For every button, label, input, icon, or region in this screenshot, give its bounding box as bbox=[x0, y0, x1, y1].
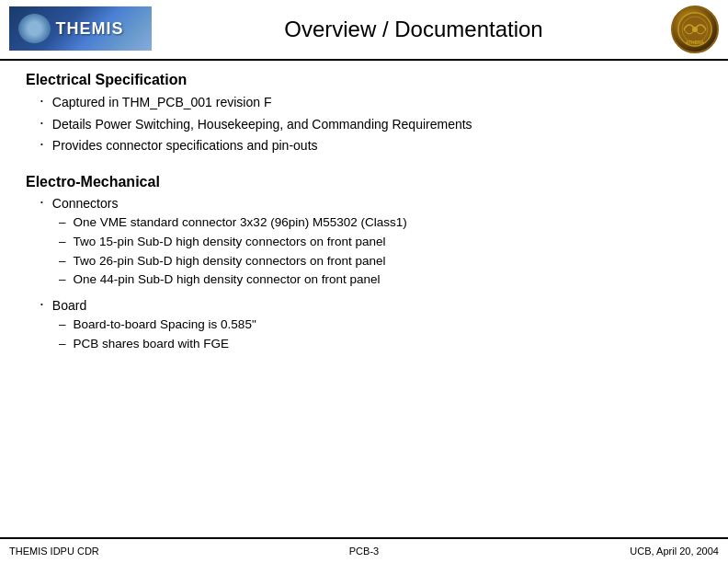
bullet-icon: • bbox=[40, 300, 43, 308]
header-title: Overview / Documentation bbox=[156, 17, 671, 42]
footer-center: PCB-3 bbox=[245, 546, 482, 557]
svg-text:ATHENA: ATHENA bbox=[686, 40, 705, 45]
list-item: – One 44-pin Sub-D high density connecto… bbox=[59, 271, 702, 289]
footer: THEMIS IDPU CDR PCB-3 UCB, April 20, 200… bbox=[0, 537, 728, 563]
electrical-item-1: Captured in THM_PCB_001 revision F bbox=[52, 94, 272, 112]
bullet-icon: • bbox=[40, 118, 43, 128]
list-item: – Two 15-pin Sub-D high density connecto… bbox=[59, 234, 702, 251]
connectors-label-row: • Connectors bbox=[40, 196, 702, 211]
board-label: Board bbox=[52, 298, 86, 313]
logo-text: THEMIS bbox=[55, 19, 123, 39]
list-item: • Details Power Switching, Housekeeping,… bbox=[40, 116, 702, 134]
list-item: – Board-to-board Spacing is 0.585" bbox=[59, 316, 702, 334]
main-content: Electrical Specification • Captured in T… bbox=[0, 61, 728, 537]
electrical-item-2: Details Power Switching, Housekeeping, a… bbox=[52, 116, 472, 134]
dash-icon: – bbox=[59, 336, 66, 353]
connectors-label: Connectors bbox=[52, 196, 119, 211]
footer-right: UCB, April 20, 2004 bbox=[483, 546, 719, 557]
slide-container: THEMIS Overview / Documentation ATHENA E… bbox=[0, 0, 728, 563]
electrical-list: • Captured in THM_PCB_001 revision F • D… bbox=[40, 94, 702, 155]
svg-point-1 bbox=[682, 17, 708, 42]
dash-icon: – bbox=[59, 234, 66, 251]
board-section: • Board – Board-to-board Spacing is 0.58… bbox=[40, 298, 702, 353]
connector-item-1: One VME standard connector 3x32 (96pin) … bbox=[74, 214, 407, 232]
list-item: • Captured in THM_PCB_001 revision F bbox=[40, 94, 702, 112]
emblem-icon: ATHENA bbox=[677, 11, 713, 48]
dash-icon: – bbox=[59, 214, 66, 232]
list-item: • Provides connector specifications and … bbox=[40, 137, 702, 155]
electro-section: Electro-Mechanical • Connectors – One VM… bbox=[26, 174, 702, 355]
list-item: – Two 26-pin Sub-D high density connecto… bbox=[59, 253, 702, 270]
electrical-title: Electrical Specification bbox=[26, 72, 702, 88]
connector-item-4: One 44-pin Sub-D high density connector … bbox=[74, 271, 381, 289]
connector-item-2: Two 15-pin Sub-D high density connectors… bbox=[74, 234, 386, 251]
electrical-section: Electrical Specification • Captured in T… bbox=[26, 72, 702, 161]
board-item-2: PCB shares board with FGE bbox=[74, 336, 230, 353]
connectors-section: • Connectors – One VME standard connecto… bbox=[40, 196, 702, 290]
dash-icon: – bbox=[59, 253, 66, 270]
connector-item-3: Two 26-pin Sub-D high density connectors… bbox=[74, 253, 386, 270]
connectors-list: – One VME standard connector 3x32 (96pin… bbox=[59, 214, 702, 290]
logo-box: THEMIS bbox=[9, 6, 152, 51]
svg-point-0 bbox=[678, 13, 711, 46]
board-item-1: Board-to-board Spacing is 0.585" bbox=[74, 316, 256, 334]
list-item: – PCB shares board with FGE bbox=[59, 336, 702, 353]
logo-area: THEMIS bbox=[9, 6, 156, 52]
footer-left: THEMIS IDPU CDR bbox=[9, 546, 245, 557]
electro-title: Electro-Mechanical bbox=[26, 174, 702, 190]
board-label-row: • Board bbox=[40, 298, 702, 313]
dash-icon: – bbox=[59, 271, 66, 289]
header-emblem: ATHENA bbox=[671, 6, 719, 53]
bullet-icon: • bbox=[40, 96, 43, 106]
header: THEMIS Overview / Documentation ATHENA bbox=[0, 0, 728, 61]
board-list: – Board-to-board Spacing is 0.585" – PCB… bbox=[59, 316, 702, 353]
bullet-icon: • bbox=[40, 139, 43, 149]
bullet-icon: • bbox=[40, 198, 43, 206]
electrical-item-3: Provides connector specifications and pi… bbox=[52, 137, 318, 155]
list-item: – One VME standard connector 3x32 (96pin… bbox=[59, 214, 702, 232]
dash-icon: – bbox=[59, 316, 66, 334]
svg-point-2 bbox=[692, 27, 698, 32]
